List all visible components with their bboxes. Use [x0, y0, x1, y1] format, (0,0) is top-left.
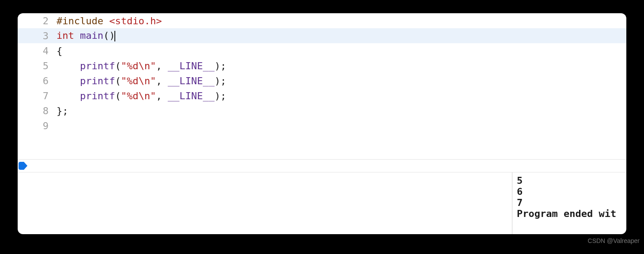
code-content[interactable]: printf("%d\n", __LINE__); — [57, 75, 226, 86]
line-number: 6 — [18, 75, 57, 86]
code-line[interactable]: 3int main() — [18, 28, 626, 43]
variables-panel[interactable] — [18, 172, 512, 234]
code-editor[interactable]: 2#include <stdio.h>3int main()4{5 printf… — [18, 13, 626, 159]
code-content[interactable]: printf("%d\n", __LINE__); — [57, 90, 226, 101]
line-number: 8 — [18, 105, 57, 116]
code-content[interactable]: { — [57, 45, 62, 56]
line-number: 2 — [18, 15, 57, 26]
breakpoint-gutter[interactable] — [18, 160, 626, 172]
line-number: 7 — [18, 90, 57, 101]
code-line[interactable]: 6 printf("%d\n", __LINE__); — [18, 73, 626, 88]
code-content[interactable]: int main() — [57, 30, 115, 41]
line-number: 5 — [18, 60, 57, 71]
code-content[interactable]: printf("%d\n", __LINE__); — [57, 60, 226, 71]
code-line[interactable]: 2#include <stdio.h> — [18, 13, 626, 28]
line-number: 9 — [18, 120, 57, 131]
code-line[interactable]: 9 — [18, 118, 626, 133]
watermark-label: CSDN @Valreaper — [588, 237, 640, 244]
code-line[interactable]: 5 printf("%d\n", __LINE__); — [18, 58, 626, 73]
line-number: 4 — [18, 45, 57, 56]
console-output[interactable]: 5 6 7 Program ended wit — [512, 172, 626, 234]
code-line[interactable]: 8}; — [18, 103, 626, 118]
text-cursor — [114, 31, 115, 41]
code-content[interactable]: }; — [57, 105, 68, 116]
ide-window: 2#include <stdio.h>3int main()4{5 printf… — [18, 13, 626, 234]
code-line[interactable]: 4{ — [18, 43, 626, 58]
debug-panel: 5 6 7 Program ended wit — [18, 172, 626, 234]
code-line[interactable]: 7 printf("%d\n", __LINE__); — [18, 88, 626, 103]
line-number: 3 — [18, 30, 57, 41]
code-content[interactable]: #include <stdio.h> — [57, 15, 162, 26]
breakpoint-marker-icon[interactable] — [19, 162, 24, 170]
